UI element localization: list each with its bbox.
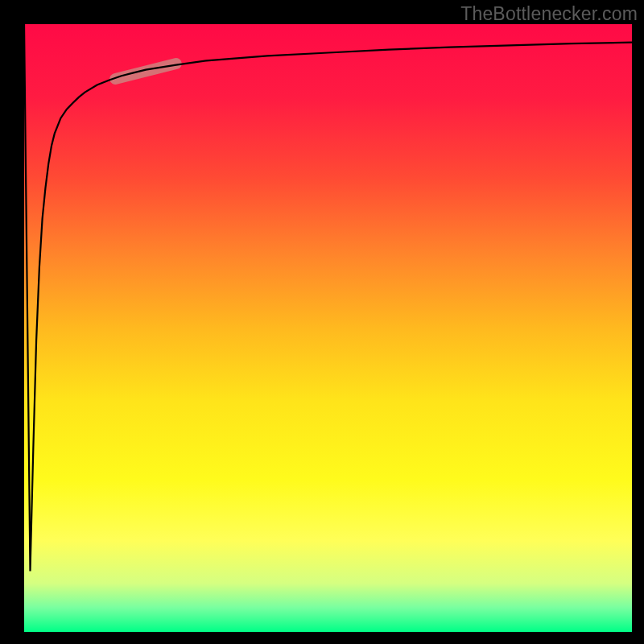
y-axis-frame	[0, 0, 24, 644]
watermark-text: TheBottlenecker.com	[460, 3, 638, 25]
x-axis-frame	[0, 632, 644, 644]
curve-overlay	[24, 24, 632, 632]
bottleneck-curve	[24, 24, 632, 572]
